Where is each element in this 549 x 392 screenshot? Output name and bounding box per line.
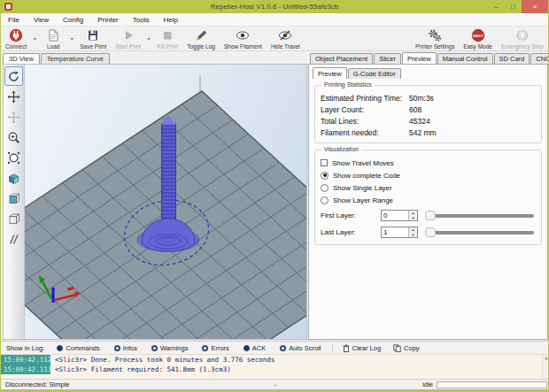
load-button[interactable]: Load — [38, 27, 68, 50]
tab-cnc[interactable]: CNC — [530, 53, 549, 64]
log-output[interactable]: 15:09:42.112 <Slic3r> Done. Process took… — [1, 354, 549, 379]
log-timestamp: 15:09:42.113 — [1, 365, 50, 374]
log-toggle-commands[interactable]: Commands — [50, 344, 106, 352]
stat-estimated-time: Estimated Printing Time: 50m:3s — [321, 92, 536, 104]
log-toggle-autoscroll[interactable]: Auto Scroll — [273, 344, 328, 352]
wireframe-view-button[interactable] — [4, 209, 23, 228]
gears-icon — [428, 28, 442, 42]
load-dropdown-icon[interactable]: ▾ — [68, 27, 75, 50]
connect-dropdown-icon[interactable]: ▾ — [31, 27, 38, 50]
first-layer-row: First Layer: 0 ▲▼ — [321, 208, 536, 223]
move-icon — [7, 90, 20, 104]
parallel-projection-button[interactable] — [4, 229, 23, 249]
easy-mode-icon: EASY — [471, 28, 485, 42]
panel-tab-strip: Object Placement Slicer Preview Manual C… — [308, 51, 548, 64]
easy-mode-button[interactable]: EASY Easy Mode — [459, 27, 497, 50]
first-layer-slider-thumb[interactable] — [425, 211, 436, 220]
log-message: <Slic3r> Filament required: 541.8mm (1.3… — [50, 365, 231, 373]
log-toggle-infos[interactable]: Infos — [107, 344, 144, 352]
connect-button[interactable]: Connect — [1, 27, 31, 50]
log-toggle-ack[interactable]: ACK — [236, 344, 273, 352]
tab-preview[interactable]: Preview — [402, 52, 437, 64]
log-line: 15:09:42.113 <Slic3r> Filament required:… — [1, 365, 549, 374]
last-layer-slider[interactable] — [425, 227, 534, 238]
close-button[interactable]: × — [522, 0, 548, 13]
right-panel: Object Placement Slicer Preview Manual C… — [308, 51, 548, 340]
show-complete-code-radio[interactable] — [321, 172, 329, 180]
first-layer-slider[interactable] — [425, 211, 534, 221]
show-in-log-label: Show in Log: — [1, 344, 50, 352]
minimize-button[interactable]: – — [488, 0, 505, 13]
copy-log-button[interactable]: Copy — [387, 344, 426, 352]
maximize-button[interactable]: □ — [505, 0, 522, 13]
menu-help[interactable]: Help — [156, 13, 184, 27]
menu-view[interactable]: View — [27, 13, 56, 27]
save-print-button[interactable]: Save Print — [75, 27, 111, 50]
show-layer-range-option[interactable]: Show Layer Range — [321, 194, 536, 206]
start-print-button: Start Print — [111, 27, 145, 50]
show-travel-moves-option[interactable]: Show Travel Moves — [321, 157, 536, 169]
show-single-layer-radio[interactable] — [321, 184, 329, 192]
stat-total-lines: Total Lines: 45324 — [321, 115, 536, 127]
tab-object-placement[interactable]: Object Placement — [310, 53, 373, 64]
log-toggle-errors[interactable]: Errors — [195, 344, 236, 352]
log-area: Show in Log: Commands Infos Warnings Err… — [1, 341, 549, 379]
clear-log-button[interactable]: Clear Log — [336, 344, 388, 352]
move-viewpoint-button[interactable] — [4, 107, 23, 127]
first-layer-spinbox[interactable]: 0 ▲▼ — [381, 210, 418, 221]
fit-view-button[interactable] — [4, 148, 23, 167]
last-layer-spin-buttons[interactable]: ▲▼ — [408, 227, 417, 237]
eye-slash-icon — [278, 28, 292, 42]
show-travel-moves-checkbox[interactable] — [321, 159, 328, 166]
eye-icon — [236, 28, 250, 42]
status-bar: Disconnected: Simple - Idle — [1, 379, 549, 389]
subtab-gcode-editor[interactable]: G-Code Editor — [348, 68, 401, 79]
move-viewpoint-icon — [7, 111, 20, 124]
menu-bar: File View Config Printer Tools Help — [1, 13, 548, 27]
isometric-view-button[interactable] — [4, 168, 23, 188]
emergency-stop-button: Emergency Stop — [497, 27, 548, 50]
load-icon — [46, 28, 60, 42]
tab-temperature-curve[interactable]: Temperature Curve — [41, 53, 110, 64]
tab-manual-control[interactable]: Manual Control — [437, 53, 493, 64]
stat-filament-needed: Filament needed: 542 mm — [321, 127, 536, 138]
stat-layer-count: Layer Count: 608 — [321, 104, 536, 115]
stat-total-lines-value: 45324 — [409, 117, 430, 126]
menu-tools[interactable]: Tools — [126, 13, 157, 27]
viewport-3d[interactable] — [3, 64, 307, 340]
tab-slicer[interactable]: Slicer — [374, 53, 401, 64]
menu-printer[interactable]: Printer — [90, 13, 126, 27]
move-object-button[interactable] — [4, 87, 23, 106]
start-print-dropdown-icon: ▾ — [145, 27, 152, 50]
preview-panel: Preview G-Code Editor Printing Statistic… — [308, 64, 548, 340]
subtab-preview[interactable]: Preview — [313, 67, 347, 79]
menu-config[interactable]: Config — [56, 13, 90, 27]
log-toggle-warnings[interactable]: Warnings — [144, 344, 195, 352]
toggle-log-button[interactable]: Toggle Log — [182, 27, 220, 50]
menu-file[interactable]: File — [1, 13, 27, 27]
front-view-button[interactable] — [4, 188, 23, 208]
title-bar: Repetier-Host V1.0.6 - Untitled-55afe3cb… — [1, 0, 548, 13]
zoom-icon — [7, 131, 20, 144]
last-layer-slider-thumb[interactable] — [425, 227, 436, 237]
tab-3d-view[interactable]: 3D View — [3, 53, 40, 64]
show-layer-range-radio[interactable] — [321, 196, 329, 204]
hide-travel-button[interactable]: Hide Travel — [267, 27, 305, 50]
main-toolbar: Connect ▾ Load ▾ Save Print — [1, 27, 548, 51]
visualization-group: Visualization Show Travel Moves Show com… — [314, 150, 542, 245]
printer-settings-button[interactable]: Printer Settings — [411, 27, 459, 50]
emergency-stop-icon — [515, 28, 530, 42]
zoom-button[interactable] — [4, 127, 23, 147]
log-scrollbar[interactable]: ▲ — [542, 355, 549, 379]
rotate-view-button[interactable] — [4, 66, 23, 86]
window-title: Repetier-Host V1.0.6 - Untitled-55afe3cb — [1, 3, 548, 11]
first-layer-spin-buttons[interactable]: ▲▼ — [408, 211, 417, 220]
show-single-layer-option[interactable]: Show Single Layer — [321, 181, 536, 194]
kill-print-button: Kill Print — [152, 27, 182, 50]
autoscroll-led-icon — [280, 345, 286, 351]
save-icon — [86, 28, 100, 42]
tab-sd-card[interactable]: SD Card — [494, 53, 530, 64]
last-layer-spinbox[interactable]: 1 ▲▼ — [381, 227, 418, 238]
show-complete-code-option[interactable]: Show complete Code — [321, 169, 536, 181]
show-filament-button[interactable]: Show Filament — [220, 27, 267, 50]
